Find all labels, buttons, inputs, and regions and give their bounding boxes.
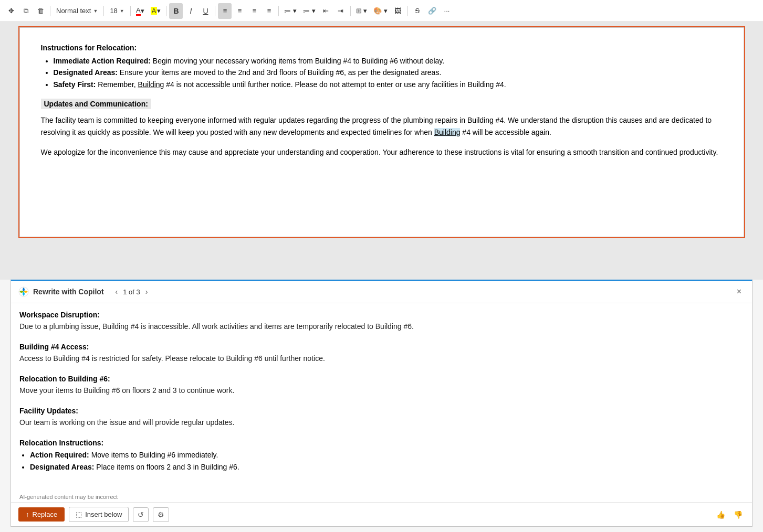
style-dropdown[interactable]: Normal text ▼ xyxy=(53,3,101,19)
replace-label: Replace xyxy=(33,510,58,518)
copilot-navigation: ‹ 1 of 3 › xyxy=(113,286,150,297)
bullet2-bold: Designated Areas: xyxy=(54,68,118,77)
copilot-content[interactable]: Workspace Disruption: Due to a plumbing … xyxy=(11,303,752,491)
copilot-section-2: Building #4 Access: Access to Building #… xyxy=(19,343,744,364)
updates-title: Updates and Communication: xyxy=(41,99,151,109)
copilot-bullet2-text: Place items on floors 2 and 3 in Buildin… xyxy=(94,463,239,471)
copilot-bullet-1: Action Required: Move items to Building … xyxy=(30,449,744,461)
increase-indent-btn[interactable]: ⇥ xyxy=(334,3,348,19)
underline-button[interactable]: U xyxy=(198,3,212,19)
italic-button[interactable]: I xyxy=(184,3,197,19)
separator-4 xyxy=(166,6,166,16)
bullet-item-1: Immediate Action Required: Begin moving … xyxy=(54,55,723,67)
copilot-section1-text: Due to a plumbing issue, Building #4 is … xyxy=(19,321,744,332)
doc-scroll[interactable]: Instructions for Relocation: Immediate A… xyxy=(0,22,763,280)
regenerate-button[interactable]: ↺ xyxy=(133,507,149,522)
more-btn[interactable]: ··· xyxy=(440,3,454,19)
delete-icon[interactable]: 🗑 xyxy=(34,3,47,19)
copilot-header: Rewrite with Copilot ‹ 1 of 3 › × xyxy=(11,281,752,303)
copilot-section2-text: Access to Building #4 is restricted for … xyxy=(19,353,744,364)
align-center-btn[interactable]: ≡ xyxy=(233,3,246,19)
copilot-panel: Rewrite with Copilot ‹ 1 of 3 › × Worksp… xyxy=(11,280,752,527)
align-justify-btn[interactable]: ≡ xyxy=(262,3,276,19)
instructions-list: Immediate Action Required: Begin moving … xyxy=(54,55,723,90)
copilot-list: Action Required: Move items to Building … xyxy=(30,449,744,473)
separator-1 xyxy=(50,6,50,16)
ai-disclaimer: AI-generated content may be incorrect xyxy=(11,491,752,502)
settings-button[interactable]: ⚙ xyxy=(153,507,169,522)
copilot-logo-icon xyxy=(18,286,29,297)
strikethrough-btn[interactable]: S xyxy=(411,3,424,19)
text-color-btn[interactable]: A ▾ xyxy=(133,3,147,19)
bullet1-bold: Immediate Action Required: xyxy=(54,57,151,65)
bullet1-text: Begin moving your necessary working item… xyxy=(151,57,444,65)
separator-5 xyxy=(215,6,215,16)
decrease-indent-btn[interactable]: ⇤ xyxy=(319,3,333,19)
separator-6 xyxy=(278,6,279,16)
copilot-section3-title: Relocation to Building #6: xyxy=(19,375,744,383)
copilot-section-1: Workspace Disruption: Due to a plumbing … xyxy=(19,311,744,332)
font-size-dropdown[interactable]: 18 ▼ xyxy=(107,3,127,19)
bullet3-text-part1: Remember, xyxy=(96,80,138,89)
move-icon[interactable]: ✥ xyxy=(4,3,18,19)
align-left-btn[interactable]: ≡ xyxy=(218,3,232,19)
copilot-section4-text: Our team is working on the issue and wil… xyxy=(19,417,744,428)
app-container: ✥ ⧉ 🗑 Normal text ▼ 18 ▼ A ▾ A ▾ B I U ≡… xyxy=(0,0,763,532)
link-btn[interactable]: 🔗 xyxy=(425,3,439,19)
copilot-page-indicator: 1 of 3 xyxy=(123,288,140,296)
updates-paragraph: The facility team is committed to keepin… xyxy=(41,114,723,138)
copilot-section1-title: Workspace Disruption: xyxy=(19,311,744,319)
instructions-title: Instructions for Relocation: xyxy=(41,44,723,52)
bullet2-text: Ensure your items are moved to the 2nd a… xyxy=(118,68,441,77)
copilot-close-button[interactable]: × xyxy=(734,286,745,297)
copilot-section4-title: Facility Updates: xyxy=(19,407,744,415)
separator-3 xyxy=(130,6,131,16)
bullet-list-btn[interactable]: ≔ ▾ xyxy=(281,3,299,19)
document-page: Instructions for Relocation: Immediate A… xyxy=(19,27,744,237)
copilot-bullet1-text: Move items to Building #6 immediately. xyxy=(89,451,218,459)
font-size-chevron: ▼ xyxy=(120,8,124,14)
align-right-btn[interactable]: ≡ xyxy=(247,3,261,19)
copilot-section5-title: Relocation Instructions: xyxy=(19,439,744,447)
copilot-next-btn[interactable]: › xyxy=(143,286,150,297)
copilot-section-4: Facility Updates: Our team is working on… xyxy=(19,407,744,428)
copilot-bullet1-bold: Action Required: xyxy=(30,451,89,459)
insert-below-button[interactable]: ⬚ Insert below xyxy=(69,507,129,522)
numbered-list-btn[interactable]: ≔ ▾ xyxy=(300,3,318,19)
highlight-color-btn[interactable]: A ▾ xyxy=(148,3,164,19)
bullet-item-3: Safety First: Remember, Building #4 is n… xyxy=(54,79,723,90)
separator-7 xyxy=(350,6,351,16)
bullet3-bold: Safety First: xyxy=(54,80,96,89)
bullet-item-2: Designated Areas: Ensure your items are … xyxy=(54,67,723,78)
thumbs-up-button[interactable]: 👍 xyxy=(714,509,727,520)
apology-paragraph: We apologize for the inconvenience this … xyxy=(41,146,723,158)
image-btn[interactable]: 🖼 xyxy=(391,3,405,19)
bullet3-text-part2: #4 is not accessible until further notic… xyxy=(164,80,506,89)
copilot-section-3: Relocation to Building #6: Move your ite… xyxy=(19,375,744,396)
style-label: Normal text xyxy=(56,7,91,15)
bold-button[interactable]: B xyxy=(169,3,183,19)
copilot-title-label: Rewrite with Copilot xyxy=(33,288,104,296)
replace-button[interactable]: ↑ Replace xyxy=(18,507,65,522)
replace-up-arrow: ↑ xyxy=(26,510,29,518)
copilot-prev-btn[interactable]: ‹ xyxy=(113,286,120,297)
separator-8 xyxy=(407,6,408,16)
toolbar: ✥ ⧉ 🗑 Normal text ▼ 18 ▼ A ▾ A ▾ B I U ≡… xyxy=(0,0,763,22)
copilot-section2-title: Building #4 Access: xyxy=(19,343,744,351)
document-area: Instructions for Relocation: Immediate A… xyxy=(0,22,763,532)
copy-icon[interactable]: ⧉ xyxy=(19,3,33,19)
style-chevron: ▼ xyxy=(93,8,98,14)
copilot-bullet-2: Designated Areas: Place items on floors … xyxy=(30,461,744,473)
insert-icon: ⬚ xyxy=(76,510,82,518)
building-link-1[interactable]: Building xyxy=(138,80,164,89)
copilot-section3-text: Move your items to Building #6 on floors… xyxy=(19,385,744,396)
building-link-2[interactable]: Building xyxy=(434,128,461,136)
insert-below-label: Insert below xyxy=(85,510,122,518)
feedback-buttons: 👍 👎 xyxy=(714,509,745,520)
font-size-value: 18 xyxy=(110,7,117,15)
copilot-footer: ↑ Replace ⬚ Insert below ↺ ⚙ 👍 👎 xyxy=(11,502,752,526)
color-wheel-btn[interactable]: 🎨 ▾ xyxy=(371,3,390,19)
separator-2 xyxy=(103,6,104,16)
thumbs-down-button[interactable]: 👎 xyxy=(731,509,745,520)
table-btn[interactable]: ⊞ ▾ xyxy=(353,3,370,19)
